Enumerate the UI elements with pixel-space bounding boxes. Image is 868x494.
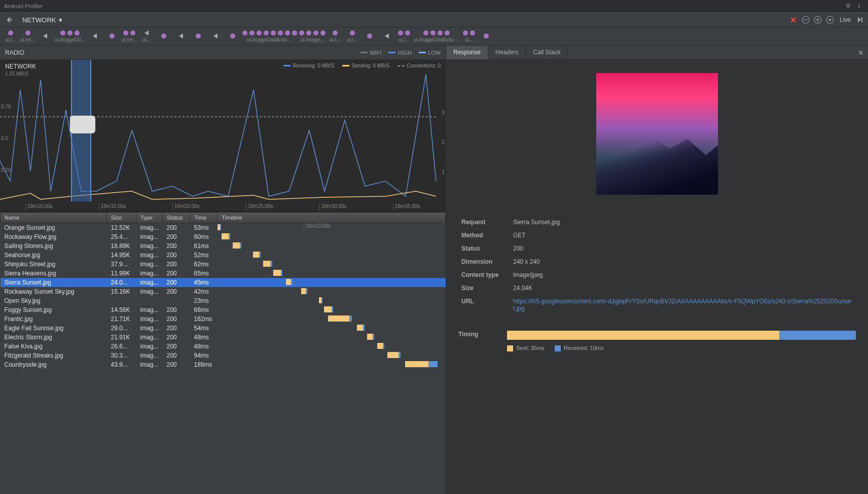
radio-legend: WIFIHIGHLOW <box>360 50 441 56</box>
close-icon[interactable]: ✕ <box>789 15 798 24</box>
col-type[interactable]: Type <box>136 213 163 223</box>
activity-item[interactable] <box>104 33 120 40</box>
activity-label: ui.Im... <box>122 37 137 43</box>
col-size[interactable]: Size <box>107 213 136 223</box>
svg-point-6 <box>829 19 831 21</box>
activity-item[interactable]: ui.ImageGridActivity - saved ... <box>242 30 297 43</box>
activity-dot <box>110 33 115 39</box>
activity-item[interactable]: ui.I... <box>328 30 343 43</box>
activity-dot <box>438 30 443 36</box>
time-selection[interactable] <box>71 60 91 201</box>
activity-dot <box>423 30 428 36</box>
activity-item[interactable] <box>173 33 189 40</box>
cell-time: 53ms <box>190 223 218 233</box>
timing-sent-label: Sent: 35ms <box>516 345 545 351</box>
network-chart[interactable]: NETWORK 1.25 MB/S Receiving: 0 MB/SSendi… <box>0 60 446 212</box>
activity-item[interactable]: ui... <box>461 30 477 43</box>
detail-value[interactable]: https://lh5.googleusercontent.com/-dJgje… <box>511 295 855 314</box>
col-status[interactable]: Status <box>163 213 190 223</box>
activity-label: ui.Im... <box>20 37 35 43</box>
activity-item[interactable] <box>87 33 102 40</box>
table-row[interactable]: Shinjuku Street.jpg37.9...imag...20062ms <box>1 260 446 269</box>
back-button[interactable] <box>3 14 15 26</box>
activity-item[interactable] <box>479 33 494 40</box>
table-row[interactable]: Orange Sunset.jpg12.52Kimag...20053ms18m… <box>1 223 446 233</box>
cell-timeline <box>218 360 446 369</box>
reset-zoom-icon[interactable] <box>825 15 835 24</box>
activity-item[interactable]: ui.I... <box>345 30 360 43</box>
activity-item[interactable] <box>379 33 394 40</box>
cell-time: 52ms <box>190 251 218 260</box>
activity-item[interactable] <box>156 33 171 40</box>
activity-item[interactable]: ui.ImageGri... <box>55 30 85 43</box>
activity-item[interactable]: ui... <box>139 30 154 43</box>
activity-item[interactable] <box>208 33 223 40</box>
cell-type: imag... <box>136 342 163 351</box>
tab-response[interactable]: Response <box>446 46 488 59</box>
activity-dot <box>484 33 489 39</box>
activity-timeline[interactable]: ui.I...ui.Im...ui.ImageGri...ui.Im...ui.… <box>0 27 868 46</box>
zoom-out-icon[interactable] <box>801 15 810 24</box>
cell-type: imag... <box>136 269 163 278</box>
table-row[interactable]: Rockaway Sunset Sky.jpg15.16Kimag...2004… <box>1 287 446 296</box>
profiler-dropdown[interactable]: NETWORK ▾ <box>19 15 65 25</box>
table-row[interactable]: False Kiva.jpg26.6...imag...20048ms <box>1 342 446 351</box>
table-row[interactable]: Electric Storm.jpg21.91Kimag...20048ms <box>1 333 446 342</box>
table-row[interactable]: Open Sky.jpg23ms <box>1 296 446 305</box>
activity-item[interactable]: ui.Image... <box>299 30 326 43</box>
table-row[interactable]: Sierra Sunset.jpg24.0...imag...20045ms <box>1 278 446 287</box>
timing-recv-bar <box>779 331 856 340</box>
activity-dot <box>130 30 135 36</box>
jump-to-end-icon[interactable] <box>856 15 865 24</box>
download-icon[interactable]: ⤓ <box>857 3 864 10</box>
table-row[interactable]: Seahorse.jpg14.95Kimag...20052ms <box>1 251 446 260</box>
x-axis: 18m10.00s18m15.00s18m20.00s18m25.00s18m3… <box>0 202 446 210</box>
tab-headers[interactable]: Headers <box>488 46 526 59</box>
table-row[interactable]: Frantic.jpg21.71Kimag...200162ms <box>1 314 446 324</box>
table-row[interactable]: Eagle Fall Sunrise.jpg29.0...imag...2005… <box>1 324 446 333</box>
table-row[interactable]: Sierra Heavens.jpg11.99Kimag...20065ms <box>1 269 446 278</box>
activity-item[interactable] <box>225 33 240 40</box>
cell-name: Countryside.jpg <box>1 360 107 369</box>
activity-dot <box>285 30 290 36</box>
cell-timeline <box>218 241 446 251</box>
table-row[interactable]: Fitzgerald Streaks.jpg30.3...imag...2009… <box>1 351 446 360</box>
cell-timeline <box>218 296 446 305</box>
table-row[interactable]: Rockaway Flow.jpg25.4...imag...20060ms <box>1 232 446 241</box>
activity-item[interactable]: ui.ImageGridActivity ... <box>414 30 459 43</box>
cell-type: imag... <box>136 278 163 287</box>
activity-label: ui... <box>142 37 151 43</box>
detail-key: Content type <box>459 269 510 281</box>
table-row[interactable]: Countryside.jpg43.9...imag...200189ms <box>1 360 446 369</box>
cell-name: Rockaway Flow.jpg <box>1 232 107 241</box>
tab-call-stack[interactable]: Call Stack <box>526 46 568 59</box>
cell-name: Eagle Fall Sunrise.jpg <box>1 324 107 333</box>
col-name[interactable]: Name <box>1 213 107 223</box>
cell-timeline <box>218 351 446 360</box>
activity-item[interactable]: ui.Im... <box>122 30 137 43</box>
col-timeline[interactable]: Timeline <box>218 213 446 223</box>
activity-dot <box>430 30 436 36</box>
table-row[interactable]: Foggy Sunset.jpg14.56Kimag...20066ms <box>1 305 446 314</box>
zoom-in-icon[interactable] <box>813 15 822 24</box>
activity-item[interactable]: ui.I... <box>3 30 18 43</box>
timeline-marker: 18m13.00s <box>304 223 331 232</box>
timing-label: Timing <box>458 331 499 351</box>
activity-item[interactable]: ui.Im... <box>20 30 35 43</box>
detail-key: Size <box>459 282 510 294</box>
table-row[interactable]: Sailing Stones.jpg18.89Kimag...20061ms <box>1 241 446 251</box>
activity-dot <box>333 30 338 36</box>
activity-dot <box>25 30 30 36</box>
activity-item[interactable] <box>191 33 206 40</box>
requests-table-wrap: NameSizeTypeStatusTimeTimeline Orange Su… <box>0 212 446 494</box>
cell-size: 12.52K <box>107 223 136 233</box>
cell-name: Rockaway Sunset Sky.jpg <box>1 287 107 296</box>
col-time[interactable]: Time <box>190 213 218 223</box>
activity-item[interactable] <box>362 33 377 40</box>
gear-icon[interactable]: ⚙ <box>846 3 853 10</box>
cell-name: Foggy Sunset.jpg <box>1 305 107 314</box>
activity-item[interactable]: ui.I... <box>396 30 412 43</box>
selection-handle[interactable] <box>70 116 95 133</box>
activity-item[interactable] <box>38 33 53 40</box>
close-panel-icon[interactable]: ✕ <box>858 49 864 57</box>
